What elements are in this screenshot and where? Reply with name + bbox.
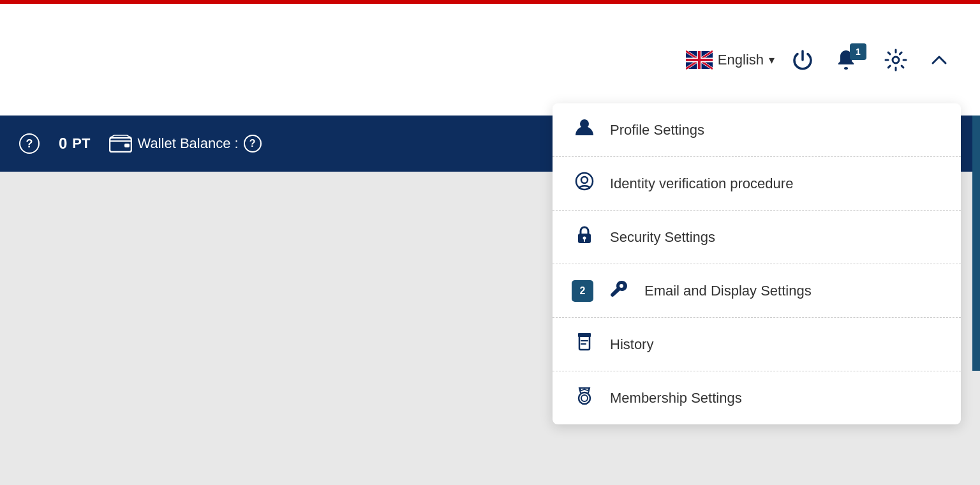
menu-item-identity-verification[interactable]: Identity verification procedure (553, 157, 961, 211)
membership-settings-label: Membership Settings (610, 390, 742, 407)
svg-point-10 (620, 284, 623, 288)
menu-item-history[interactable]: History (553, 318, 961, 371)
email-settings-badge: 2 (572, 280, 593, 302)
svg-point-14 (581, 395, 588, 401)
scrollbar[interactable] (972, 116, 980, 371)
svg-rect-12 (579, 336, 590, 350)
language-selector[interactable]: English ▾ (686, 50, 775, 70)
menu-item-security-settings[interactable]: Security Settings (553, 211, 961, 264)
svg-point-7 (581, 177, 588, 183)
dropdown-menu: Profile Settings Identity verification p… (553, 103, 961, 424)
history-icon (572, 332, 597, 357)
gear-icon (884, 48, 907, 71)
medal-icon (572, 385, 597, 410)
nav-help-icon[interactable]: ? (19, 133, 40, 154)
nav-wallet: Wallet Balance : ? (109, 135, 261, 153)
user-icon (572, 117, 597, 142)
wallet-icon (109, 135, 132, 153)
header: English ▾ 1 (0, 4, 980, 116)
wallet-label: Wallet Balance : (137, 135, 238, 152)
svg-rect-4 (124, 144, 130, 147)
identity-verification-label: Identity verification procedure (610, 175, 793, 192)
nav-points: 0 PT (59, 135, 90, 153)
svg-point-13 (579, 392, 590, 404)
points-value: 0 (59, 135, 67, 153)
menu-item-profile-settings[interactable]: Profile Settings (553, 103, 961, 157)
chevron-up-icon (930, 50, 949, 70)
wrench-icon (606, 278, 632, 303)
profile-settings-label: Profile Settings (610, 122, 704, 138)
uk-flag-icon (686, 50, 713, 70)
notification-button[interactable]: 1 (831, 45, 861, 75)
svg-point-2 (893, 57, 899, 63)
wallet-help-icon[interactable]: ? (244, 135, 262, 153)
language-label: English (718, 52, 764, 68)
menu-item-email-display-settings[interactable]: 2 Email and Display Settings (553, 264, 961, 318)
email-display-settings-label: Email and Display Settings (644, 283, 812, 299)
header-controls: English ▾ 1 (686, 45, 954, 75)
notification-badge: 1 (850, 43, 866, 60)
menu-item-membership-settings[interactable]: Membership Settings (553, 371, 961, 424)
collapse-button[interactable] (924, 45, 954, 75)
power-button[interactable] (787, 45, 818, 75)
svg-point-1 (844, 67, 848, 70)
history-label: History (610, 336, 653, 353)
power-icon (791, 48, 814, 71)
language-chevron-icon: ▾ (769, 53, 775, 67)
security-settings-label: Security Settings (610, 229, 715, 246)
identity-icon (572, 171, 597, 196)
lock-icon (572, 225, 597, 250)
settings-button[interactable] (880, 45, 911, 75)
svg-point-6 (576, 173, 593, 190)
points-label: PT (72, 135, 90, 152)
